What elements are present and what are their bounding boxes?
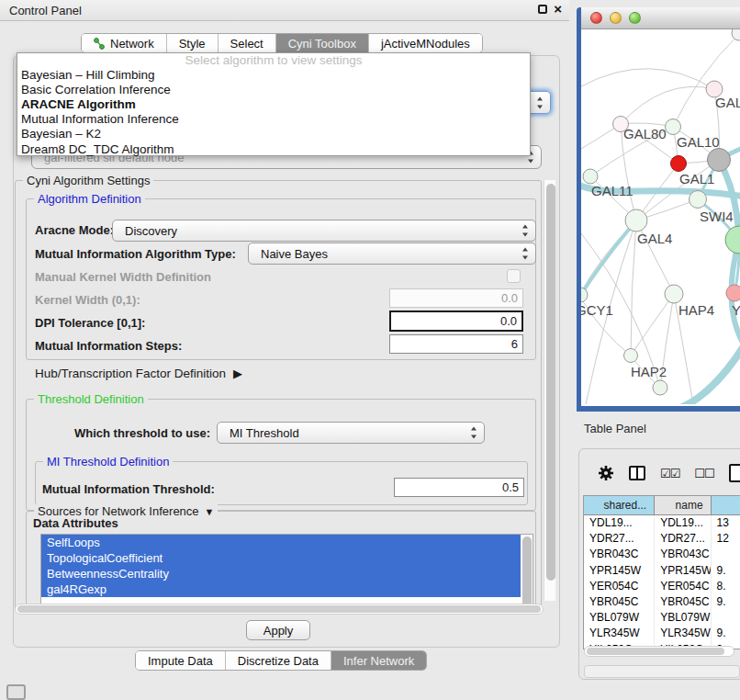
deselect-all-checks-icon[interactable]: ☐☐ — [694, 467, 713, 480]
threshold-definition-title: Threshold Definition — [34, 392, 148, 406]
node-HAP2[interactable] — [624, 349, 638, 363]
bottom-tabbar: Impute Data Discretize Data Infer Networ… — [135, 650, 427, 671]
network-graph: GAL GAL80 GAL10 GAL1 GAL11 SWI4 GAL4 GCY… — [581, 29, 740, 404]
table-panel-title: Table Panel — [584, 422, 646, 435]
network-window-titlebar[interactable] — [581, 7, 740, 29]
algorithm-option[interactable]: Dream8 DC_TDC Algorithm — [17, 142, 530, 157]
hub-definition-expander[interactable]: Hub/Transcription Factor Definition ▶ — [35, 367, 242, 380]
apply-button[interactable]: Apply — [246, 620, 310, 640]
dpi-tolerance-field[interactable]: 0.0 — [389, 310, 523, 332]
node-gray[interactable] — [708, 149, 731, 172]
table-row[interactable]: YBR045C YBR045C 9. — [584, 594, 740, 610]
aracne-mode-combobox[interactable]: Discovery — [112, 220, 536, 242]
attribute-item-selected[interactable]: BetweennessCentrality — [41, 566, 521, 581]
algorithm-option[interactable]: Bayesian – K2 — [17, 127, 530, 141]
attribute-list-scrollbar[interactable] — [521, 535, 533, 614]
tab-style[interactable]: Style — [167, 34, 219, 52]
mi-threshold-field[interactable]: 0.5 — [394, 478, 524, 497]
gear-icon[interactable] — [598, 465, 614, 481]
node-GAL4[interactable] — [625, 209, 647, 231]
algorithm-option[interactable]: Mutual Information Inference — [17, 112, 530, 127]
mi-type-combobox[interactable]: Naive Bayes — [248, 243, 536, 265]
settings-vertical-scrollbar[interactable] — [544, 180, 555, 601]
column-header-shared[interactable]: shared... — [584, 496, 655, 514]
column-header-extra[interactable] — [712, 496, 740, 514]
network-icon — [94, 38, 106, 50]
attribute-item-selected[interactable]: gal4RGexp — [41, 581, 521, 597]
mi-steps-field[interactable]: 6 — [389, 334, 523, 354]
tab-select[interactable]: Select — [219, 34, 276, 52]
network-canvas[interactable]: GAL GAL80 GAL10 GAL1 GAL11 SWI4 GAL4 GCY… — [581, 29, 740, 404]
table-row[interactable]: YLR345W YLR345W 9. — [584, 626, 740, 641]
algorithm-dropdown-list: Select algorithm to view settings Bayesi… — [17, 52, 531, 156]
column-header-name[interactable]: name — [655, 496, 711, 514]
data-attributes-label: Data Attributes — [33, 516, 118, 530]
control-panel-title: Control Panel — [9, 4, 82, 17]
combo-stepper-icon — [522, 248, 529, 260]
table-row[interactable]: YBR043C YBR043C — [584, 547, 740, 562]
node-GAL1[interactable] — [671, 156, 687, 172]
node-label: HAP2 — [631, 364, 667, 379]
algorithm-option[interactable]: Basic Correlation Inference — [17, 83, 530, 97]
node-GAL10[interactable] — [666, 119, 681, 135]
table-toolbar: ☑☑ ☐☐ — [583, 460, 740, 486]
window-minimize-icon[interactable] — [610, 12, 622, 24]
mi-threshold-label: Mutual Information Threshold: — [42, 482, 215, 496]
select-all-checks-icon[interactable]: ☑☑ — [660, 467, 679, 480]
data-attributes-list: SelfLoops TopologicalCoefficient Between… — [40, 534, 533, 614]
node-table: shared... name YDL19... YDL19... 13 YDR2… — [583, 495, 740, 649]
float-panel-icon[interactable] — [538, 5, 547, 14]
tab-network-label: Network — [110, 37, 154, 51]
mi-threshold-group-title: MI Threshold Definition — [43, 455, 173, 469]
corner-mini-button[interactable] — [6, 684, 26, 700]
node-partial[interactable] — [653, 380, 667, 395]
which-threshold-combobox[interactable]: MI Threshold — [217, 422, 485, 444]
window-close-icon[interactable] — [590, 12, 602, 24]
tab-network[interactable]: Network — [82, 34, 167, 52]
window-zoom-icon[interactable] — [629, 12, 641, 24]
control-panel-tabbar: Network Style Select Cyni Toolbox jActiv… — [81, 33, 483, 53]
node-label: GAL80 — [623, 126, 667, 141]
table-row[interactable]: YDR27... YDR27... 12 — [584, 531, 740, 547]
combo-stepper-icon — [537, 96, 544, 108]
node-SWI4[interactable] — [690, 191, 707, 209]
node-label: GAL4 — [637, 231, 672, 246]
settings-horizontal-scrollbar[interactable] — [15, 604, 544, 615]
document-icon[interactable] — [729, 464, 740, 482]
attribute-item-selected[interactable]: SelfLoops — [41, 535, 521, 550]
node-label: GAL — [715, 95, 740, 110]
table-header-row: shared... name — [584, 496, 740, 515]
node-GAL11[interactable] — [583, 169, 598, 184]
tab-cyni-toolbox[interactable]: Cyni Toolbox — [276, 34, 369, 52]
node-Y[interactable] — [726, 285, 740, 301]
table-panel-bottom-bar — [584, 665, 740, 678]
node-HAP4[interactable] — [665, 285, 683, 303]
close-panel-icon[interactable]: × — [554, 4, 562, 15]
node-label: HAP4 — [678, 302, 714, 318]
algorithm-dropdown-placeholder: Select algorithm to view settings — [17, 53, 530, 68]
algorithm-option-selected[interactable]: ARACNE Algorithm — [17, 97, 530, 112]
tab-impute-data[interactable]: Impute Data — [136, 651, 226, 670]
node-unlabeled[interactable] — [732, 29, 740, 40]
attribute-item-selected[interactable]: TopologicalCoefficient — [41, 550, 521, 566]
table-row[interactable]: YBL079W YBL079W — [584, 610, 740, 626]
apply-button-label: Apply — [263, 624, 294, 638]
network-view-window[interactable]: GAL GAL80 GAL10 GAL1 GAL11 SWI4 GAL4 GCY… — [577, 7, 740, 412]
table-row[interactable]: YDL19... YDL19... 13 — [584, 515, 740, 531]
tab-jactivemnodules[interactable]: jActiveMNodules — [369, 34, 482, 52]
mi-steps-label: Mutual Information Steps: — [35, 339, 182, 353]
node-green-large[interactable] — [725, 226, 740, 254]
table-row[interactable]: YER054C YER054C 8. — [584, 579, 740, 594]
table-horizontal-scrollbar[interactable] — [584, 646, 734, 657]
manual-kernel-checkbox[interactable] — [507, 269, 521, 283]
table-row[interactable]: YPR145W YPR145W 9. — [584, 563, 740, 579]
combo-stepper-icon — [471, 427, 477, 439]
tab-infer-network[interactable]: Infer Network — [331, 651, 426, 670]
kernel-width-field[interactable]: 0.0 — [389, 288, 523, 308]
algorithm-option[interactable]: Bayesian – Hill Climbing — [17, 68, 530, 83]
node-GCY1[interactable] — [581, 288, 588, 302]
split-columns-icon[interactable] — [629, 466, 645, 480]
manual-kernel-label: Manual Kernel Width Definition — [35, 270, 211, 284]
tab-discretize-data[interactable]: Discretize Data — [226, 651, 331, 670]
combo-stepper-icon — [522, 225, 529, 237]
